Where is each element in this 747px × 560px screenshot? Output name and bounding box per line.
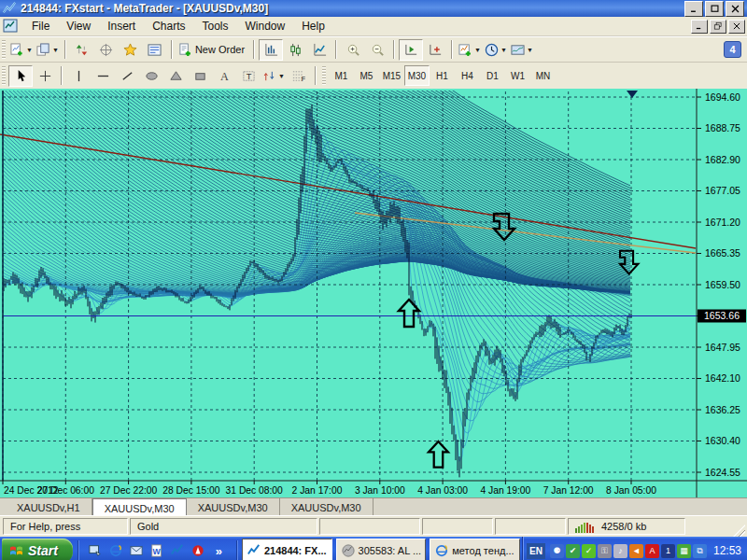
notification-badge[interactable]: 4 bbox=[724, 41, 741, 58]
one-blue-tray-icon[interactable]: 1 bbox=[661, 544, 675, 558]
hline-button[interactable] bbox=[91, 65, 115, 87]
timeframe-d1-button[interactable]: D1 bbox=[480, 65, 505, 86]
child-close-button[interactable] bbox=[728, 20, 745, 34]
toolbar-separator bbox=[64, 40, 66, 59]
terminal-button[interactable] bbox=[143, 39, 167, 61]
autoscroll-button[interactable] bbox=[399, 39, 423, 61]
rectangle-button[interactable] bbox=[188, 65, 212, 87]
label-button[interactable]: T bbox=[236, 65, 261, 87]
menu-item-file[interactable]: File bbox=[23, 18, 58, 35]
profiles-button[interactable]: ▼ bbox=[35, 39, 61, 61]
menu-item-charts[interactable]: Charts bbox=[144, 18, 193, 35]
child-restore-button[interactable] bbox=[710, 20, 726, 34]
chart-tab-0[interactable]: XAUUSDv,H1 bbox=[6, 498, 92, 515]
toolbar-separator bbox=[253, 40, 255, 59]
cursor-button[interactable] bbox=[8, 65, 33, 87]
zoom-in-button[interactable] bbox=[341, 39, 365, 61]
outlook-icon[interactable] bbox=[128, 542, 146, 560]
chart-tab-3[interactable]: XAUUSDv,M30 bbox=[280, 498, 374, 515]
language-indicator[interactable]: EN bbox=[527, 543, 545, 559]
show-desktop-icon[interactable] bbox=[87, 542, 105, 560]
title-bar: 214844: FXstart - MetaTrader - [XAUUSDv,… bbox=[0, 0, 747, 17]
user-key-tray-icon[interactable]: ⚿ bbox=[598, 544, 612, 558]
line-chart-button[interactable] bbox=[307, 39, 331, 61]
timeframe-m15-button[interactable]: M15 bbox=[379, 65, 404, 86]
menu-bar: FileViewInsertChartsToolsWindowHelp bbox=[0, 17, 747, 36]
calendar-green-tray-icon[interactable]: ▦ bbox=[677, 544, 691, 558]
menu-item-tools[interactable]: Tools bbox=[194, 18, 237, 35]
resize-grip[interactable] bbox=[733, 525, 745, 537]
price-tick-label: 1682.90 bbox=[705, 154, 740, 165]
word-icon[interactable]: W bbox=[148, 542, 166, 560]
timeframe-m1-button[interactable]: M1 bbox=[329, 65, 354, 86]
vline-button[interactable] bbox=[66, 65, 91, 87]
timeframe-m30-button[interactable]: M30 bbox=[404, 65, 430, 86]
close-button[interactable] bbox=[726, 1, 744, 17]
task-button-0[interactable]: 214844: FX... bbox=[242, 539, 332, 560]
audio-gray-tray-icon[interactable]: ♪ bbox=[613, 544, 627, 558]
triangle-button[interactable] bbox=[163, 65, 188, 87]
periods-button[interactable]: ▼ bbox=[483, 39, 509, 61]
chart-shift-button[interactable] bbox=[423, 39, 447, 61]
bar-chart-button[interactable] bbox=[259, 39, 283, 61]
price-tick-label: 1671.20 bbox=[705, 217, 740, 228]
maximize-button[interactable] bbox=[705, 1, 724, 17]
trendline-button[interactable] bbox=[115, 65, 139, 87]
chart-area[interactable]: 1694.601688.751682.901677.051671.201665.… bbox=[0, 89, 747, 497]
toolbar-separator bbox=[451, 40, 453, 59]
launcher-red-icon[interactable] bbox=[190, 542, 207, 560]
scheduler-blue-tray-icon[interactable]: ⧉ bbox=[693, 544, 707, 558]
timeframe-h1-button[interactable]: H1 bbox=[430, 65, 455, 86]
chart-tab-1[interactable]: XAUUSDv,M30 bbox=[92, 498, 187, 515]
child-minimize-button[interactable] bbox=[691, 20, 708, 34]
fibonacci-button[interactable]: F bbox=[287, 65, 311, 87]
new-order-button[interactable]: New Order bbox=[176, 39, 249, 61]
price-tick-label: 1659.50 bbox=[705, 279, 740, 290]
chart-tab-2[interactable]: XAUUSDv,M30 bbox=[187, 498, 280, 515]
price-tick-label: 1665.35 bbox=[705, 247, 740, 259]
windows-taskbar: Start W» 214844: FX...305583: AL ...мето… bbox=[0, 537, 747, 560]
menu-item-view[interactable]: View bbox=[58, 18, 99, 35]
task-button-1[interactable]: 305583: AL ... bbox=[336, 539, 427, 560]
crosshair-button[interactable] bbox=[33, 65, 57, 87]
zoom-out-button[interactable] bbox=[365, 39, 389, 61]
candlesticks-button[interactable] bbox=[283, 39, 307, 61]
metatrader-icon[interactable] bbox=[169, 542, 187, 560]
start-button[interactable]: Start bbox=[2, 539, 73, 560]
menu-item-insert[interactable]: Insert bbox=[99, 18, 144, 35]
menu-item-window[interactable]: Window bbox=[237, 18, 294, 35]
drawing-grip[interactable] bbox=[2, 66, 6, 85]
status-symbol: Gold bbox=[130, 518, 317, 535]
new-chart-button[interactable]: ▼ bbox=[8, 39, 35, 61]
internet-explorer-icon[interactable] bbox=[107, 542, 125, 560]
badge-green-tray-icon[interactable]: ✔ bbox=[566, 544, 580, 558]
check-green-tray-icon[interactable]: ✓ bbox=[582, 544, 596, 558]
ellipse-button[interactable] bbox=[139, 65, 163, 87]
standard-grip[interactable] bbox=[2, 40, 6, 59]
quick-launch: W» bbox=[81, 542, 233, 560]
avira-tray-icon[interactable]: A bbox=[645, 544, 659, 558]
market-watch-button[interactable] bbox=[70, 39, 94, 61]
status-empty-3 bbox=[495, 518, 566, 535]
volume-orange-tray-icon[interactable]: ◄ bbox=[629, 544, 643, 558]
minimize-button[interactable] bbox=[684, 1, 703, 17]
timeframe-m5-button[interactable]: M5 bbox=[354, 65, 379, 86]
time-tick-label: 2 Jan 17:00 bbox=[292, 485, 343, 496]
timeframe-w1-button[interactable]: W1 bbox=[505, 65, 530, 86]
data-window-button[interactable] bbox=[94, 39, 119, 61]
overflow-chevron-icon[interactable]: » bbox=[210, 542, 228, 560]
price-chart[interactable]: 1694.601688.751682.901677.051671.201665.… bbox=[0, 89, 747, 497]
text-button[interactable]: A bbox=[212, 65, 236, 87]
arrows-button[interactable]: ▼ bbox=[261, 65, 287, 87]
timeframe-mn-button[interactable]: MN bbox=[530, 65, 556, 86]
time-tick-label: 27 Dec 06:00 bbox=[37, 485, 95, 496]
templates-button[interactable]: ▼ bbox=[509, 39, 535, 61]
indicators-button[interactable]: ▼ bbox=[457, 39, 483, 61]
status-empty-2 bbox=[422, 518, 493, 535]
task-button-2[interactable]: метод тенд... bbox=[430, 539, 520, 560]
network-tray-icon[interactable]: ⚈ bbox=[550, 544, 564, 558]
menu-item-help[interactable]: Help bbox=[293, 18, 333, 35]
timeframe-h4-button[interactable]: H4 bbox=[455, 65, 480, 86]
navigator-button[interactable] bbox=[119, 39, 143, 61]
timeframe-grip[interactable] bbox=[322, 66, 326, 85]
